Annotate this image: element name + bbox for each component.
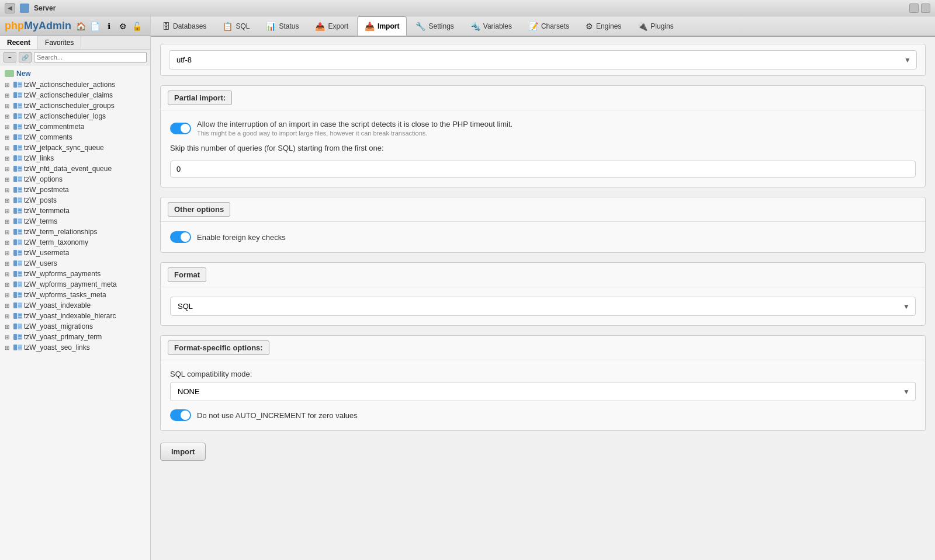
- sidebar-tree-item[interactable]: ⊞ tzW_nfd_data_event_queue: [0, 164, 150, 174]
- nav-tab-sql[interactable]: 📋 SQL: [215, 16, 257, 36]
- link-button[interactable]: 🔗: [19, 52, 32, 62]
- tree-item-label: tzW_wpforms_payment_meta: [24, 280, 117, 288]
- exit-icon[interactable]: 🔓: [131, 20, 143, 32]
- expander-icon: ⊞: [5, 155, 13, 162]
- collapse-all-button[interactable]: −: [4, 52, 16, 62]
- expander-icon: ⊞: [5, 145, 13, 151]
- sidebar-icons: 🏠 📄 ℹ ⚙ 🔓: [75, 20, 143, 32]
- new-item[interactable]: New: [0, 68, 150, 79]
- tree-item-label: tzW_links: [24, 154, 54, 162]
- content-area: 🗄 Databases 📋 SQL 📊 Status 📤 Export 📥 Im…: [151, 16, 935, 560]
- sidebar-tree-item[interactable]: ⊞ tzW_yoast_indexable_hierarc: [0, 311, 150, 321]
- tree-item-label: tzW_nfd_data_event_queue: [24, 165, 112, 173]
- sidebar-tree-item[interactable]: ⊞ tzW_yoast_primary_term: [0, 332, 150, 342]
- toggle-knob-3: [181, 411, 190, 420]
- engines-tab-label: Engines: [596, 22, 621, 30]
- search-input[interactable]: [34, 52, 147, 62]
- doc-icon[interactable]: 📄: [89, 20, 101, 32]
- sidebar-tree-item[interactable]: ⊞ tzW_actionscheduler_groups: [0, 100, 150, 111]
- plugins-tab-label: Plugins: [650, 22, 673, 30]
- charset-select[interactable]: utf-8: [169, 50, 917, 69]
- databases-tab-icon: 🗄: [162, 22, 170, 31]
- partial-import-title: Partial import:: [168, 91, 232, 105]
- tree-item-label: tzW_yoast_primary_term: [24, 333, 102, 341]
- variables-tab-icon: 🔩: [470, 22, 480, 31]
- sql-compat-select[interactable]: NONE: [170, 382, 916, 401]
- other-options-section: Other options Enable foreign key checks: [160, 197, 926, 253]
- import-tab-label: Import: [378, 22, 399, 30]
- skip-queries-label: Skip this number of queries (for SQL) st…: [170, 144, 916, 152]
- sidebar-tree-item[interactable]: ⊞ tzW_usermeta: [0, 248, 150, 258]
- home-icon[interactable]: 🏠: [75, 20, 86, 32]
- sidebar-tree-item[interactable]: ⊞ tzW_term_taxonomy: [0, 237, 150, 248]
- sidebar-tree-item[interactable]: ⊞ tzW_posts: [0, 195, 150, 206]
- nav-tab-import[interactable]: 📥 Import: [357, 16, 407, 36]
- table-icon: [13, 218, 22, 225]
- sidebar-tree-item[interactable]: ⊞ tzW_comments: [0, 132, 150, 142]
- sidebar-tree-item[interactable]: ⊞ tzW_commentmeta: [0, 121, 150, 132]
- tree-item-label: tzW_yoast_seo_links: [24, 343, 90, 352]
- sidebar-tree-item[interactable]: ⊞ tzW_options: [0, 174, 150, 185]
- tab-recent[interactable]: Recent: [0, 36, 38, 49]
- tree-item-label: tzW_wpforms_tasks_meta: [24, 291, 106, 299]
- sidebar-tree-item[interactable]: ⊞ tzW_wpforms_payment_meta: [0, 279, 150, 290]
- auto-increment-toggle[interactable]: [170, 409, 191, 421]
- sidebar-tree-item[interactable]: ⊞ tzW_actionscheduler_claims: [0, 90, 150, 100]
- format-specific-header: Format-specific options:: [161, 336, 925, 360]
- partial-import-toggle[interactable]: [170, 123, 191, 134]
- format-title: Format: [168, 267, 206, 282]
- sidebar-tree-item[interactable]: ⊞ tzW_wpforms_payments: [0, 269, 150, 279]
- tree-item-label: tzW_actionscheduler_logs: [24, 112, 106, 120]
- sidebar-tree-item[interactable]: ⊞ tzW_wpforms_tasks_meta: [0, 290, 150, 300]
- tab-favorites[interactable]: Favorites: [38, 36, 81, 49]
- sidebar-tree-item[interactable]: ⊞ tzW_jetpack_sync_queue: [0, 142, 150, 153]
- settings-icon[interactable]: ⚙: [117, 20, 129, 32]
- import-button[interactable]: Import: [160, 443, 206, 461]
- sidebar-tree-item[interactable]: ⊞ tzW_termmeta: [0, 206, 150, 216]
- sidebar-tree-item[interactable]: ⊞ tzW_actionscheduler_logs: [0, 111, 150, 121]
- nav-tab-databases[interactable]: 🗄 Databases: [154, 16, 214, 36]
- nav-tab-plugins[interactable]: 🔌 Plugins: [630, 16, 681, 36]
- format-select[interactable]: SQL: [170, 297, 916, 316]
- gear-button[interactable]: [909, 4, 919, 13]
- table-icon: [13, 344, 22, 351]
- nav-tab-settings[interactable]: 🔧 Settings: [408, 16, 461, 36]
- foreign-key-toggle[interactable]: [170, 231, 191, 243]
- table-icon: [13, 102, 22, 109]
- expander-icon: ⊞: [5, 345, 13, 351]
- skip-queries-input[interactable]: [170, 161, 916, 178]
- settings-tab-icon: 🔧: [415, 22, 425, 31]
- table-icon: [13, 197, 22, 204]
- plugins-tab-icon: 🔌: [638, 22, 647, 31]
- sidebar-tree-item[interactable]: ⊞ tzW_yoast_indexable: [0, 300, 150, 311]
- nav-tab-variables[interactable]: 🔩 Variables: [463, 16, 520, 36]
- close-button[interactable]: [921, 4, 930, 13]
- import-tab-icon: 📥: [365, 22, 375, 31]
- nav-tab-status[interactable]: 📊 Status: [258, 16, 306, 36]
- sidebar-tree-item[interactable]: ⊞ tzW_terms: [0, 216, 150, 227]
- sidebar-controls: − 🔗: [0, 50, 150, 65]
- databases-tab-label: Databases: [173, 22, 206, 30]
- nav-tab-charsets[interactable]: 📝 Charsets: [521, 16, 577, 36]
- sidebar-tree-item[interactable]: ⊞ tzW_links: [0, 153, 150, 164]
- sidebar-tree-item[interactable]: ⊞ tzW_yoast_migrations: [0, 321, 150, 332]
- partial-import-body: Allow the interruption of an import in c…: [161, 110, 925, 187]
- toggle-knob: [181, 124, 190, 133]
- sidebar-tree-item[interactable]: ⊞ tzW_postmeta: [0, 185, 150, 195]
- tree-item-label: tzW_termmeta: [24, 207, 70, 215]
- expander-icon: ⊞: [5, 124, 13, 130]
- sidebar-tree-item[interactable]: ⊞ tzW_users: [0, 258, 150, 269]
- nav-tab-export[interactable]: 📤 Export: [307, 16, 356, 36]
- expander-icon: ⊞: [5, 271, 13, 277]
- sidebar-tree-item[interactable]: ⊞ tzW_term_relationships: [0, 227, 150, 237]
- sidebar-tabs: Recent Favorites: [0, 36, 150, 50]
- phpmyadmin-logo: phpMyAdmin: [5, 20, 71, 32]
- info-icon[interactable]: ℹ: [103, 20, 115, 32]
- sidebar-tree-item[interactable]: ⊞ tzW_yoast_seo_links: [0, 342, 150, 353]
- sidebar-tree-item[interactable]: ⊞ tzW_actionscheduler_actions: [0, 79, 150, 90]
- table-icon: [13, 92, 22, 99]
- back-button[interactable]: ◀: [5, 3, 15, 13]
- tree-item-label: tzW_users: [24, 259, 57, 267]
- tree-item-label: tzW_wpforms_payments: [24, 270, 101, 278]
- nav-tab-engines[interactable]: ⚙ Engines: [578, 16, 629, 36]
